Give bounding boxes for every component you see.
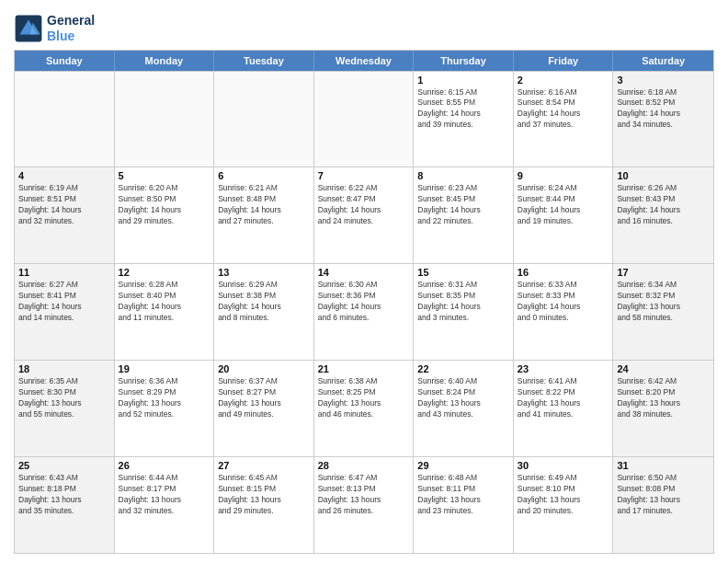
day-cell-9: 9Sunrise: 6:24 AMSunset: 8:44 PMDaylight… xyxy=(514,167,614,263)
cell-info: Sunrise: 6:40 AMSunset: 8:24 PMDaylight:… xyxy=(417,376,509,420)
cell-info: Sunrise: 6:19 AMSunset: 8:51 PMDaylight:… xyxy=(18,183,110,227)
calendar: SundayMondayTuesdayWednesdayThursdayFrid… xyxy=(14,50,714,554)
day-number: 26 xyxy=(119,460,210,471)
weekday-header-wednesday: Wednesday xyxy=(314,51,415,71)
cell-info: Sunrise: 6:43 AMSunset: 8:18 PMDaylight:… xyxy=(18,473,110,517)
day-cell-27: 27Sunrise: 6:45 AMSunset: 8:15 PMDayligh… xyxy=(214,457,314,553)
day-number: 1 xyxy=(417,75,509,86)
day-cell-1: 1Sunrise: 6:15 AMSunset: 8:55 PMDaylight… xyxy=(414,72,514,167)
day-number: 20 xyxy=(218,363,310,374)
cell-info: Sunrise: 6:29 AMSunset: 8:38 PMDaylight:… xyxy=(218,280,310,324)
day-cell-5: 5Sunrise: 6:20 AMSunset: 8:50 PMDaylight… xyxy=(115,167,215,263)
header: General Blue xyxy=(14,9,714,44)
day-cell-29: 29Sunrise: 6:48 AMSunset: 8:11 PMDayligh… xyxy=(414,457,514,553)
calendar-header: SundayMondayTuesdayWednesdayThursdayFrid… xyxy=(15,51,713,71)
day-cell-2: 2Sunrise: 6:16 AMSunset: 8:54 PMDaylight… xyxy=(514,72,614,167)
cell-info: Sunrise: 6:30 AMSunset: 8:36 PMDaylight:… xyxy=(318,280,410,324)
day-number: 12 xyxy=(119,267,210,278)
day-cell-18: 18Sunrise: 6:35 AMSunset: 8:30 PMDayligh… xyxy=(15,361,115,456)
day-cell-6: 6Sunrise: 6:21 AMSunset: 8:48 PMDaylight… xyxy=(214,167,314,263)
cell-info: Sunrise: 6:15 AMSunset: 8:55 PMDaylight:… xyxy=(417,87,509,132)
day-number: 14 xyxy=(318,267,410,278)
day-cell-26: 26Sunrise: 6:44 AMSunset: 8:17 PMDayligh… xyxy=(115,457,215,553)
day-number: 27 xyxy=(218,460,310,471)
cell-info: Sunrise: 6:37 AMSunset: 8:27 PMDaylight:… xyxy=(218,376,310,420)
cell-info: Sunrise: 6:26 AMSunset: 8:43 PMDaylight:… xyxy=(617,183,710,227)
weekday-header-monday: Monday xyxy=(115,51,215,71)
cell-info: Sunrise: 6:16 AMSunset: 8:54 PMDaylight:… xyxy=(518,87,609,132)
day-number: 25 xyxy=(18,460,110,471)
logo-text: General Blue xyxy=(47,13,95,44)
day-number: 6 xyxy=(218,170,310,181)
cell-info: Sunrise: 6:49 AMSunset: 8:10 PMDaylight:… xyxy=(518,473,609,517)
day-number: 31 xyxy=(617,460,710,471)
day-cell-23: 23Sunrise: 6:41 AMSunset: 8:22 PMDayligh… xyxy=(514,361,614,456)
day-number: 16 xyxy=(518,267,609,278)
day-cell-21: 21Sunrise: 6:38 AMSunset: 8:25 PMDayligh… xyxy=(314,361,415,456)
cell-info: Sunrise: 6:47 AMSunset: 8:13 PMDaylight:… xyxy=(318,473,410,517)
day-number: 22 xyxy=(417,363,509,374)
day-cell-30: 30Sunrise: 6:49 AMSunset: 8:10 PMDayligh… xyxy=(514,457,614,553)
day-cell-19: 19Sunrise: 6:36 AMSunset: 8:29 PMDayligh… xyxy=(115,361,215,456)
empty-cell xyxy=(214,72,314,167)
day-number: 5 xyxy=(119,170,210,181)
day-number: 21 xyxy=(318,363,410,374)
cell-info: Sunrise: 6:27 AMSunset: 8:41 PMDaylight:… xyxy=(18,280,110,324)
day-cell-13: 13Sunrise: 6:29 AMSunset: 8:38 PMDayligh… xyxy=(214,264,314,360)
day-number: 18 xyxy=(18,363,110,374)
cell-info: Sunrise: 6:44 AMSunset: 8:17 PMDaylight:… xyxy=(119,473,210,517)
day-cell-17: 17Sunrise: 6:34 AMSunset: 8:32 PMDayligh… xyxy=(613,264,713,360)
cell-info: Sunrise: 6:22 AMSunset: 8:47 PMDaylight:… xyxy=(318,183,410,227)
day-number: 13 xyxy=(218,267,310,278)
day-cell-10: 10Sunrise: 6:26 AMSunset: 8:43 PMDayligh… xyxy=(613,167,713,263)
day-cell-4: 4Sunrise: 6:19 AMSunset: 8:51 PMDaylight… xyxy=(15,167,115,263)
day-cell-25: 25Sunrise: 6:43 AMSunset: 8:18 PMDayligh… xyxy=(15,457,115,553)
empty-cell xyxy=(314,72,415,167)
day-cell-3: 3Sunrise: 6:18 AMSunset: 8:52 PMDaylight… xyxy=(613,72,713,167)
cell-info: Sunrise: 6:28 AMSunset: 8:40 PMDaylight:… xyxy=(119,280,210,324)
day-number: 11 xyxy=(18,267,110,278)
day-number: 10 xyxy=(617,170,710,181)
cell-info: Sunrise: 6:24 AMSunset: 8:44 PMDaylight:… xyxy=(518,183,609,227)
weekday-header-saturday: Saturday xyxy=(613,51,713,71)
logo-icon xyxy=(14,14,43,43)
day-cell-14: 14Sunrise: 6:30 AMSunset: 8:36 PMDayligh… xyxy=(314,264,415,360)
day-cell-15: 15Sunrise: 6:31 AMSunset: 8:35 PMDayligh… xyxy=(414,264,514,360)
cell-info: Sunrise: 6:41 AMSunset: 8:22 PMDaylight:… xyxy=(518,376,609,420)
calendar-row-5: 25Sunrise: 6:43 AMSunset: 8:18 PMDayligh… xyxy=(15,456,713,553)
day-number: 29 xyxy=(417,460,509,471)
cell-info: Sunrise: 6:36 AMSunset: 8:29 PMDaylight:… xyxy=(119,376,210,420)
day-number: 15 xyxy=(417,267,509,278)
day-number: 28 xyxy=(318,460,410,471)
cell-info: Sunrise: 6:33 AMSunset: 8:33 PMDaylight:… xyxy=(518,280,609,324)
day-number: 3 xyxy=(617,75,710,86)
day-cell-11: 11Sunrise: 6:27 AMSunset: 8:41 PMDayligh… xyxy=(15,264,115,360)
calendar-body: 1Sunrise: 6:15 AMSunset: 8:55 PMDaylight… xyxy=(15,71,713,553)
cell-info: Sunrise: 6:45 AMSunset: 8:15 PMDaylight:… xyxy=(218,473,310,517)
calendar-row-3: 11Sunrise: 6:27 AMSunset: 8:41 PMDayligh… xyxy=(15,263,713,360)
weekday-header-tuesday: Tuesday xyxy=(214,51,314,71)
cell-info: Sunrise: 6:42 AMSunset: 8:20 PMDaylight:… xyxy=(617,376,710,420)
cell-info: Sunrise: 6:31 AMSunset: 8:35 PMDaylight:… xyxy=(417,280,509,324)
cell-info: Sunrise: 6:20 AMSunset: 8:50 PMDaylight:… xyxy=(119,183,210,227)
day-number: 9 xyxy=(518,170,609,181)
day-cell-16: 16Sunrise: 6:33 AMSunset: 8:33 PMDayligh… xyxy=(514,264,614,360)
day-cell-22: 22Sunrise: 6:40 AMSunset: 8:24 PMDayligh… xyxy=(414,361,514,456)
day-cell-7: 7Sunrise: 6:22 AMSunset: 8:47 PMDaylight… xyxy=(314,167,415,263)
cell-info: Sunrise: 6:38 AMSunset: 8:25 PMDaylight:… xyxy=(318,376,410,420)
weekday-header-sunday: Sunday xyxy=(15,51,115,71)
empty-cell xyxy=(15,72,115,167)
weekday-header-friday: Friday xyxy=(514,51,614,71)
cell-info: Sunrise: 6:35 AMSunset: 8:30 PMDaylight:… xyxy=(18,376,110,420)
day-cell-24: 24Sunrise: 6:42 AMSunset: 8:20 PMDayligh… xyxy=(613,361,713,456)
day-number: 30 xyxy=(518,460,609,471)
day-number: 19 xyxy=(119,363,210,374)
cell-info: Sunrise: 6:18 AMSunset: 8:52 PMDaylight:… xyxy=(617,87,710,132)
page: General Blue SundayMondayTuesdayWednesda… xyxy=(0,0,728,563)
calendar-row-1: 1Sunrise: 6:15 AMSunset: 8:55 PMDaylight… xyxy=(15,71,713,167)
day-number: 23 xyxy=(518,363,609,374)
day-cell-28: 28Sunrise: 6:47 AMSunset: 8:13 PMDayligh… xyxy=(314,457,415,553)
calendar-row-4: 18Sunrise: 6:35 AMSunset: 8:30 PMDayligh… xyxy=(15,360,713,456)
cell-info: Sunrise: 6:23 AMSunset: 8:45 PMDaylight:… xyxy=(417,183,509,227)
cell-info: Sunrise: 6:50 AMSunset: 8:08 PMDaylight:… xyxy=(617,473,710,517)
